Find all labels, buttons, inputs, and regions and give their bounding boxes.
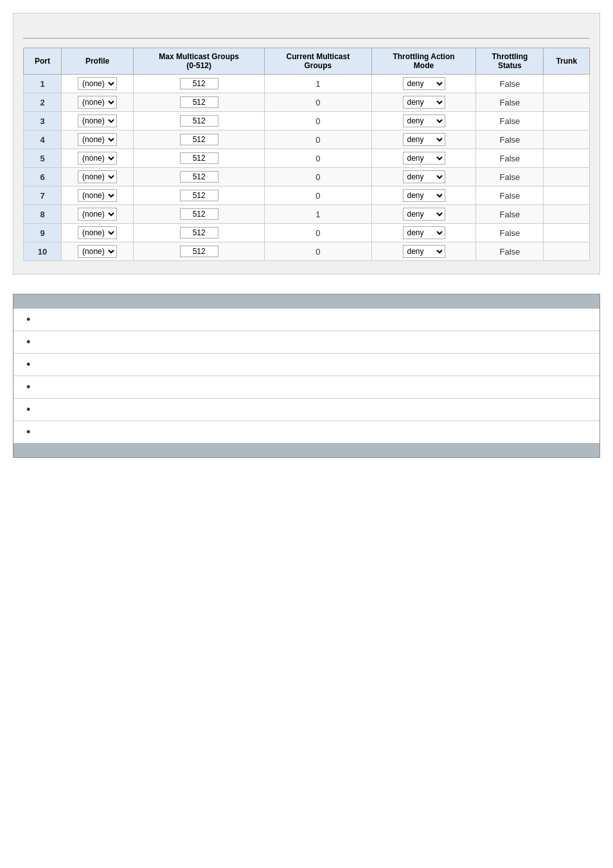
- cell-profile[interactable]: (none): [61, 149, 133, 168]
- cell-throttling-status: False: [476, 186, 544, 205]
- profile-select[interactable]: (none): [78, 96, 117, 109]
- table-row: 5(none)0denyreplaceFalse: [24, 149, 590, 168]
- cell-max-groups[interactable]: [134, 168, 265, 186]
- table-row: 8(none)1denyreplaceFalse: [24, 205, 590, 224]
- profile-select[interactable]: (none): [78, 114, 117, 127]
- cell-action-mode[interactable]: denyreplace: [371, 131, 476, 149]
- action-mode-select[interactable]: denyreplace: [403, 152, 445, 165]
- cell-action-mode[interactable]: denyreplace: [371, 149, 476, 168]
- cell-current-groups: 1: [265, 75, 371, 93]
- cell-profile[interactable]: (none): [61, 242, 133, 261]
- profile-select[interactable]: (none): [78, 170, 117, 183]
- action-mode-select[interactable]: denyreplace: [403, 189, 445, 202]
- max-groups-input[interactable]: [180, 171, 218, 183]
- cell-profile[interactable]: (none): [61, 186, 133, 205]
- cell-profile[interactable]: (none): [61, 112, 133, 131]
- action-mode-select[interactable]: denyreplace: [403, 226, 445, 239]
- note-item: •: [13, 331, 600, 354]
- profile-select[interactable]: (none): [78, 245, 117, 258]
- notes-header-bar: [13, 294, 600, 309]
- table-row: 1(none)1denyreplaceFalse: [24, 75, 590, 93]
- max-groups-input[interactable]: [180, 227, 218, 239]
- cell-max-groups[interactable]: [134, 112, 265, 131]
- cell-action-mode[interactable]: denyreplace: [371, 75, 476, 93]
- max-groups-input[interactable]: [180, 134, 218, 145]
- bullet-icon: •: [26, 381, 30, 393]
- cell-current-groups: 0: [265, 186, 371, 205]
- max-groups-input[interactable]: [180, 208, 218, 220]
- cell-action-mode[interactable]: denyreplace: [371, 168, 476, 186]
- bullet-icon: •: [26, 359, 30, 370]
- action-mode-select[interactable]: denyreplace: [403, 77, 445, 90]
- cell-trunk: [544, 93, 590, 112]
- action-mode-select[interactable]: denyreplace: [403, 170, 445, 183]
- cell-throttling-status: False: [476, 75, 544, 93]
- cell-max-groups[interactable]: [134, 186, 265, 205]
- cell-max-groups[interactable]: [134, 93, 265, 112]
- profile-select[interactable]: (none): [78, 189, 117, 202]
- cell-max-groups[interactable]: [134, 75, 265, 93]
- cell-profile[interactable]: (none): [61, 168, 133, 186]
- cell-trunk: [544, 149, 590, 168]
- notes-section: ••••••: [13, 294, 600, 458]
- cell-port: 3: [24, 112, 62, 131]
- cell-max-groups[interactable]: [134, 242, 265, 261]
- col-header-max-groups: Max Multicast Groups(0-512): [134, 48, 265, 75]
- col-header-trunk: Trunk: [544, 48, 590, 75]
- cell-trunk: [544, 224, 590, 242]
- cell-throttling-status: False: [476, 131, 544, 149]
- cell-action-mode[interactable]: denyreplace: [371, 205, 476, 224]
- cell-profile[interactable]: (none): [61, 75, 133, 93]
- table-row: 10(none)0denyreplaceFalse: [24, 242, 590, 261]
- cell-action-mode[interactable]: denyreplace: [371, 224, 476, 242]
- cell-max-groups[interactable]: [134, 149, 265, 168]
- action-mode-select[interactable]: denyreplace: [403, 133, 445, 146]
- cell-profile[interactable]: (none): [61, 131, 133, 149]
- note-item: •: [13, 376, 600, 399]
- cell-profile[interactable]: (none): [61, 205, 133, 224]
- cell-profile[interactable]: (none): [61, 93, 133, 112]
- cell-trunk: [544, 186, 590, 205]
- bullet-icon: •: [26, 314, 30, 325]
- profile-select[interactable]: (none): [78, 77, 117, 90]
- cell-max-groups[interactable]: [134, 205, 265, 224]
- max-groups-input[interactable]: [180, 152, 218, 164]
- profile-select[interactable]: (none): [78, 133, 117, 146]
- cell-max-groups[interactable]: [134, 131, 265, 149]
- cell-throttling-status: False: [476, 224, 544, 242]
- cell-current-groups: 0: [265, 93, 371, 112]
- col-header-action-mode: Throttling ActionMode: [371, 48, 476, 75]
- cell-trunk: [544, 205, 590, 224]
- note-item: •: [13, 309, 600, 331]
- cell-trunk: [544, 75, 590, 93]
- max-groups-input[interactable]: [180, 190, 218, 201]
- action-mode-select[interactable]: denyreplace: [403, 245, 445, 258]
- cell-current-groups: 0: [265, 224, 371, 242]
- cell-action-mode[interactable]: denyreplace: [371, 93, 476, 112]
- max-groups-input[interactable]: [180, 78, 218, 89]
- cell-action-mode[interactable]: denyreplace: [371, 242, 476, 261]
- page-wrapper: Port Profile Max Multicast Groups(0-512)…: [13, 13, 600, 458]
- action-mode-select[interactable]: denyreplace: [403, 96, 445, 109]
- table-row: 7(none)0denyreplaceFalse: [24, 186, 590, 205]
- max-groups-input[interactable]: [180, 246, 218, 257]
- note-item: •: [13, 399, 600, 421]
- profile-select[interactable]: (none): [78, 208, 117, 221]
- profile-select[interactable]: (none): [78, 226, 117, 239]
- cell-port: 5: [24, 149, 62, 168]
- cell-max-groups[interactable]: [134, 224, 265, 242]
- cell-port: 4: [24, 131, 62, 149]
- cell-profile[interactable]: (none): [61, 224, 133, 242]
- action-mode-select[interactable]: denyreplace: [403, 114, 445, 127]
- cell-action-mode[interactable]: denyreplace: [371, 186, 476, 205]
- cell-trunk: [544, 242, 590, 261]
- cell-action-mode[interactable]: denyreplace: [371, 112, 476, 131]
- table-row: 3(none)0denyreplaceFalse: [24, 112, 590, 131]
- cell-current-groups: 0: [265, 149, 371, 168]
- bullet-icon: •: [26, 336, 30, 348]
- max-groups-input[interactable]: [180, 115, 218, 127]
- max-groups-input[interactable]: [180, 96, 218, 108]
- profile-select[interactable]: (none): [78, 152, 117, 165]
- action-mode-select[interactable]: denyreplace: [403, 208, 445, 221]
- col-header-port: Port: [24, 48, 62, 75]
